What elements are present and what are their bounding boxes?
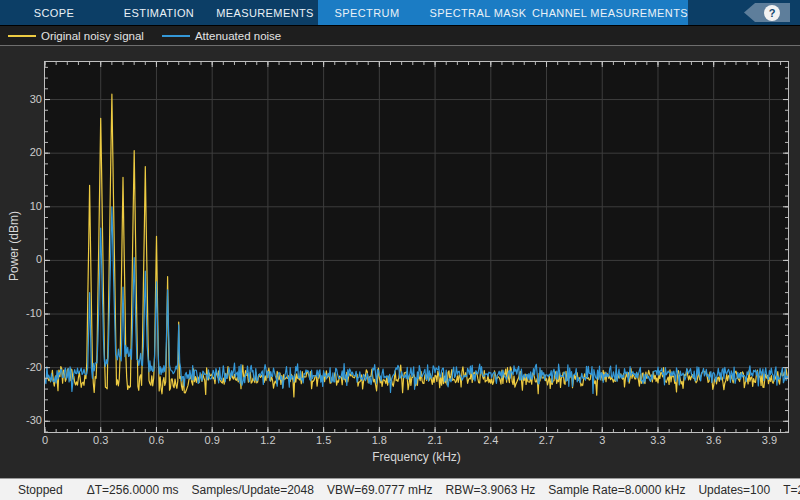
spectrum-analyzer-window: SCOPEESTIMATIONMEASUREMENTSSPECTRUMSPECT… xyxy=(0,0,800,500)
y-tick-label: -20 xyxy=(10,361,42,373)
tab-measurements[interactable]: MEASUREMENTS xyxy=(216,0,314,26)
x-tick-label: 0.6 xyxy=(138,434,174,446)
tab-spectrum[interactable]: SPECTRUM xyxy=(335,0,400,26)
legend-item-original-noisy-signal[interactable]: Original noisy signal xyxy=(8,30,144,42)
status-item: ΔT=256.0000 ms xyxy=(87,483,179,497)
toolstrip-tab-bar: SCOPEESTIMATIONMEASUREMENTSSPECTRUMSPECT… xyxy=(0,0,800,26)
help-button[interactable]: ? xyxy=(744,3,790,22)
status-item: T=25.5999 xyxy=(783,483,800,497)
y-axis-label: Power (dBm) xyxy=(7,211,21,281)
x-tick-label: 3.3 xyxy=(640,434,676,446)
status-item: Samples/Update=2048 xyxy=(191,483,313,497)
x-tick-label: 0.9 xyxy=(194,434,230,446)
legend-line-swatch xyxy=(162,35,190,37)
y-tick-label: 10 xyxy=(10,200,42,212)
x-tick-label: 1.8 xyxy=(361,434,397,446)
legend-bar: Original noisy signalAttenuated noise xyxy=(0,26,800,46)
y-tick-label: 30 xyxy=(10,93,42,105)
tab-scope[interactable]: SCOPE xyxy=(34,0,75,26)
tab-channel-measurements[interactable]: CHANNEL MEASUREMENTS xyxy=(532,0,688,26)
x-tick-label: 2.7 xyxy=(529,434,565,446)
run-state-text: Stopped xyxy=(18,483,63,497)
x-tick-label: 0 xyxy=(27,434,63,446)
spectrum-plot-canvas[interactable] xyxy=(44,61,789,433)
x-tick-label: 2.1 xyxy=(417,434,453,446)
x-tick-label: 2.4 xyxy=(473,434,509,446)
legend-label: Attenuated noise xyxy=(195,30,281,42)
x-tick-label: 3.6 xyxy=(696,434,732,446)
y-tick-label: 0 xyxy=(10,253,42,265)
status-bar: Stopped ΔT=256.0000 msSamples/Update=204… xyxy=(0,478,800,500)
spectrum-plot-figure: Power (dBm) Frequency (kHz) 00.30.60.91.… xyxy=(0,46,800,478)
status-item: Updates=100 xyxy=(698,483,770,497)
status-item: RBW=3.9063 Hz xyxy=(446,483,536,497)
x-tick-label: 3.9 xyxy=(751,434,787,446)
tab-estimation[interactable]: ESTIMATION xyxy=(124,0,194,26)
legend-line-swatch xyxy=(8,35,36,37)
tab-spectral-mask[interactable]: SPECTRAL MASK xyxy=(429,0,526,26)
x-tick-label: 1.2 xyxy=(250,434,286,446)
status-item: VBW=69.0777 mHz xyxy=(327,483,433,497)
x-tick-label: 0.3 xyxy=(83,434,119,446)
x-tick-label: 1.5 xyxy=(306,434,342,446)
status-item: Sample Rate=8.0000 kHz xyxy=(548,483,685,497)
x-axis-label: Frequency (kHz) xyxy=(45,450,788,464)
legend-label: Original noisy signal xyxy=(41,30,144,42)
legend-item-attenuated-noise[interactable]: Attenuated noise xyxy=(162,30,281,42)
help-icon: ? xyxy=(764,5,780,21)
y-tick-label: -30 xyxy=(10,414,42,426)
y-tick-label: -10 xyxy=(10,307,42,319)
x-tick-label: 3 xyxy=(584,434,620,446)
y-tick-label: 20 xyxy=(10,146,42,158)
